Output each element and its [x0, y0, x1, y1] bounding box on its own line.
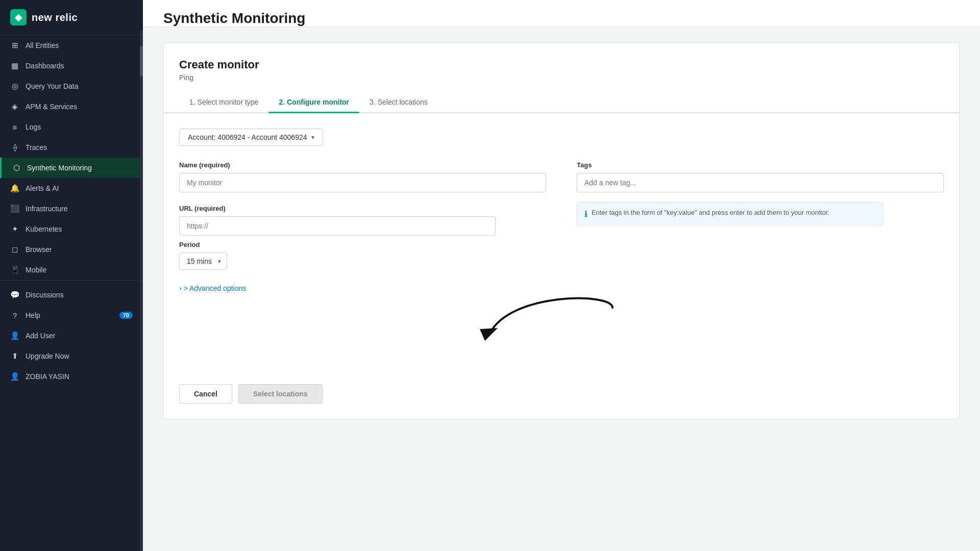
page-title: Synthetic Monitoring [163, 10, 960, 27]
logs-icon: ≡ [10, 122, 19, 132]
sidebar-item-label: Kubernetes [26, 225, 133, 233]
sidebar: ◆ new relic ⊞ All Entities ▦ Dashboards … [0, 0, 143, 551]
advanced-options-chevron: › [179, 284, 182, 292]
sidebar-item-browser[interactable]: ◻ Browser [0, 239, 143, 260]
sidebar-item-apm-services[interactable]: ◈ APM & Services [0, 96, 143, 117]
sidebar-item-upgrade-now[interactable]: ⬆ Upgrade Now [0, 346, 143, 366]
arrow-annotation [179, 297, 944, 359]
tags-info-text: Enter tags in the form of "key:value" an… [592, 209, 829, 216]
tab-configure-monitor[interactable]: 2. Configure monitor [268, 92, 359, 112]
account-selector[interactable]: Account: 4006924 - Account 4006924 ▾ [179, 129, 323, 146]
help-icon: ? [10, 311, 19, 320]
kubernetes-icon: ✦ [10, 224, 19, 234]
scrollbar-thumb [140, 46, 143, 77]
sidebar-item-synthetic-monitoring[interactable]: ⬡ Synthetic Monitoring [0, 158, 143, 178]
sidebar-item-dashboards[interactable]: ▦ Dashboards [0, 56, 143, 76]
mobile-icon: 📱 [10, 265, 19, 274]
period-section: Period 15 mins 1 min 5 mins 10 mins 30 m… [179, 241, 944, 270]
sidebar-item-label: Discussions [26, 291, 133, 299]
sidebar-item-discussions[interactable]: 💬 Discussions [0, 285, 143, 305]
form-group-tags: Tags [577, 161, 944, 192]
sidebar-bottom-items: 💬 Discussions ? Help 70 👤 Add User ⬆ Upg… [0, 285, 143, 387]
period-wrapper: 15 mins 1 min 5 mins 10 mins 30 mins 1 h… [179, 253, 227, 270]
tags-info: ℹ Enter tags in the form of "key:value" … [577, 202, 883, 226]
form-grid-top: Name (required) Tags [179, 161, 944, 192]
period-label: Period [179, 241, 944, 248]
page-content: Create monitor Ping 1. Select monitor ty… [143, 27, 980, 551]
sidebar-item-label: Synthetic Monitoring [27, 164, 133, 172]
logo-icon: ◆ [10, 9, 27, 26]
browser-icon: ◻ [10, 245, 19, 254]
discussions-icon: 💬 [10, 290, 19, 299]
scrollbar-track [140, 31, 143, 551]
traces-icon: ⟠ [10, 143, 19, 152]
sidebar-item-user-name[interactable]: 👤 ZOBIA YASIN [0, 366, 143, 387]
sidebar-item-query-your-data[interactable]: ◎ Query Your Data [0, 76, 143, 96]
query-your-data-icon: ◎ [10, 82, 19, 91]
create-monitor-title: Create monitor [164, 58, 959, 73]
sidebar-item-all-entities[interactable]: ⊞ All Entities [0, 35, 143, 56]
info-icon: ℹ [584, 209, 587, 219]
synthetic-monitoring-icon: ⬡ [12, 163, 21, 172]
sidebar-item-mobile[interactable]: 📱 Mobile [0, 260, 143, 280]
sidebar-item-label: Mobile [26, 266, 133, 274]
sidebar-item-label: Browser [26, 245, 133, 254]
sidebar-items: ⊞ All Entities ▦ Dashboards ◎ Query Your… [0, 35, 143, 280]
apm-services-icon: ◈ [10, 102, 19, 111]
tags-input[interactable] [577, 173, 944, 192]
page-header: Synthetic Monitoring [143, 0, 980, 27]
sidebar-nav: ⊞ All Entities ▦ Dashboards ◎ Query Your… [0, 35, 143, 551]
period-select[interactable]: 15 mins 1 min 5 mins 10 mins 30 mins 1 h… [179, 253, 227, 270]
user-name-icon: 👤 [10, 372, 19, 381]
sidebar-item-label: Alerts & AI [26, 184, 133, 192]
sidebar-item-label: Infrastructure [26, 205, 133, 213]
url-group: URL (required) [179, 205, 496, 236]
all-entities-icon: ⊞ [10, 41, 19, 50]
advanced-options-toggle[interactable]: › > Advanced options [179, 284, 944, 292]
url-input[interactable] [179, 216, 496, 236]
form-area: Account: 4006924 - Account 4006924 ▾ Nam… [164, 113, 959, 374]
sidebar-item-logs[interactable]: ≡ Logs [0, 117, 143, 137]
create-monitor-subtitle: Ping [164, 73, 959, 92]
sidebar-item-label: Add User [26, 332, 133, 340]
name-label: Name (required) [179, 161, 546, 169]
create-monitor-card: Create monitor Ping 1. Select monitor ty… [163, 42, 960, 419]
svg-marker-0 [480, 328, 498, 341]
badge-help: 70 [119, 312, 133, 319]
form-group-name: Name (required) [179, 161, 546, 192]
arrow-svg [470, 297, 653, 359]
main-content: Synthetic Monitoring Create monitor Ping… [143, 0, 980, 551]
alerts-ai-icon: 🔔 [10, 184, 19, 193]
sidebar-item-infrastructure[interactable]: ⬛ Infrastructure [0, 198, 143, 219]
tab-select-locations[interactable]: 3. Select locations [359, 92, 438, 112]
sidebar-item-traces[interactable]: ⟠ Traces [0, 137, 143, 158]
sidebar-item-help[interactable]: ? Help 70 [0, 305, 143, 325]
cancel-button[interactable]: Cancel [179, 384, 232, 404]
url-label: URL (required) [179, 205, 496, 212]
tags-label: Tags [577, 161, 944, 169]
advanced-options-label: > Advanced options [184, 284, 247, 292]
sidebar-item-label: Upgrade Now [26, 352, 133, 360]
sidebar-item-label: Traces [26, 143, 133, 152]
account-selector-text: Account: 4006924 - Account 4006924 [188, 133, 307, 141]
upgrade-now-icon: ⬆ [10, 352, 19, 361]
form-buttons: Cancel Select locations [164, 374, 959, 419]
sidebar-bottom: 💬 Discussions ? Help 70 👤 Add User ⬆ Upg… [0, 280, 143, 391]
sidebar-item-label: Dashboards [26, 62, 133, 70]
sidebar-item-alerts-ai[interactable]: 🔔 Alerts & AI [0, 178, 143, 198]
logo-text: new relic [32, 12, 78, 23]
sidebar-item-label: APM & Services [26, 103, 133, 111]
logo[interactable]: ◆ new relic [0, 0, 143, 35]
select-locations-button[interactable]: Select locations [238, 384, 323, 404]
wizard-tabs: 1. Select monitor type 2. Configure moni… [164, 92, 959, 113]
tab-select-monitor-type[interactable]: 1. Select monitor type [179, 92, 268, 112]
sidebar-item-label: Logs [26, 123, 133, 131]
sidebar-item-label: Help [26, 311, 113, 319]
sidebar-item-add-user[interactable]: 👤 Add User [0, 325, 143, 346]
infrastructure-icon: ⬛ [10, 204, 19, 213]
sidebar-item-kubernetes[interactable]: ✦ Kubernetes [0, 219, 143, 239]
chevron-down-icon: ▾ [311, 134, 314, 141]
add-user-icon: 👤 [10, 331, 19, 340]
dashboards-icon: ▦ [10, 61, 19, 70]
name-input[interactable] [179, 173, 546, 192]
